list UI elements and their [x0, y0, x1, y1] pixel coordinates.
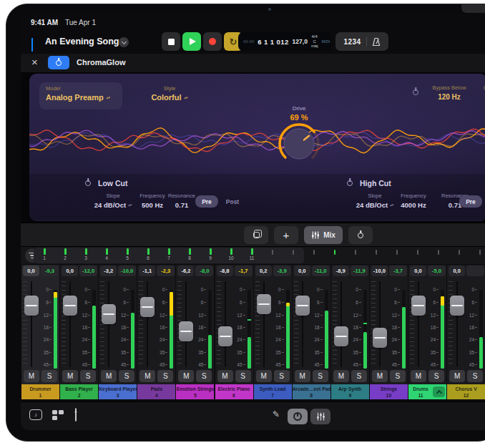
- volume-value[interactable]: 0,2: [255, 266, 272, 276]
- low-cut-power-icon[interactable]: [85, 180, 91, 186]
- mute-button[interactable]: M: [139, 370, 155, 382]
- track-name-tile[interactable]: Keyboard Player3: [99, 384, 137, 399]
- volume-value[interactable]: -1,1: [139, 266, 155, 276]
- solo-button[interactable]: S: [428, 370, 444, 382]
- edit-button[interactable]: ✎: [273, 409, 280, 419]
- track-name-tile[interactable]: Drums11: [408, 384, 446, 399]
- record-button[interactable]: [203, 32, 222, 51]
- track-name-tile[interactable]: Arp Synth9: [331, 384, 369, 399]
- track-name-tile[interactable]: Chorus V12: [447, 384, 485, 399]
- mute-button[interactable]: M: [24, 370, 39, 382]
- back-button[interactable]: [31, 38, 39, 45]
- fader-handle[interactable]: [411, 296, 426, 316]
- mute-button[interactable]: M: [101, 370, 117, 382]
- high-cut-pre-button[interactable]: Pre: [459, 195, 482, 208]
- mute-button[interactable]: M: [372, 370, 388, 382]
- solo-button[interactable]: S: [119, 370, 134, 382]
- high-cut-frequency[interactable]: Frequency 4000 Hz: [392, 193, 435, 209]
- volume-value[interactable]: -10,0: [371, 266, 388, 276]
- fader-handle[interactable]: [373, 328, 387, 348]
- solo-button[interactable]: S: [467, 370, 483, 382]
- level-control[interactable]: Level 0.0: [470, 84, 485, 101]
- mute-button[interactable]: M: [62, 370, 78, 382]
- volume-value[interactable]: 0,0: [23, 266, 39, 276]
- high-cut-power-icon[interactable]: [347, 180, 353, 186]
- volume-value[interactable]: 0,0: [62, 266, 78, 276]
- add-plugin-button[interactable]: +: [274, 226, 298, 244]
- solo-button[interactable]: S: [157, 370, 173, 382]
- volume-value[interactable]: 0,0: [294, 266, 310, 276]
- bypass-below-control[interactable]: Bypass Below 120 Hz: [424, 84, 474, 101]
- model-select[interactable]: Model Analog Preamp▴▾: [39, 82, 122, 109]
- song-title[interactable]: An Evening Song: [45, 36, 119, 47]
- expand-stack-button[interactable]: [433, 386, 445, 397]
- chromaglow-panel: Model Analog Preamp▴▾ Style Colorful▴▾ B…: [29, 74, 485, 221]
- low-cut-resonance[interactable]: Resonance 0.71: [164, 193, 200, 209]
- plugin-power-button[interactable]: [48, 56, 69, 69]
- lcd-display[interactable]: 00:00 6 1 1 012 127,0 4/4 C maj MIDI: [238, 32, 331, 51]
- track-name-tile[interactable]: Synth Lead7: [254, 384, 292, 399]
- bypass-power-icon[interactable]: [413, 89, 418, 95]
- solo-button[interactable]: S: [41, 370, 57, 382]
- mute-button[interactable]: M: [295, 370, 310, 382]
- track-name-tile[interactable]: Bass Player2: [60, 384, 98, 399]
- fader-handle[interactable]: [24, 296, 39, 316]
- fader-handle[interactable]: [295, 296, 310, 316]
- track-name: Arp Synth: [331, 386, 369, 392]
- metronome-icon[interactable]: [372, 37, 381, 47]
- main-toolbar: An Evening Song ↻ 00:00 6 1 1 012 127,0 …: [21, 29, 485, 54]
- volume-value[interactable]: -3,2: [100, 266, 117, 276]
- track-name-tile[interactable]: Pads4: [137, 384, 175, 399]
- db-scale-label: 0: [471, 287, 474, 292]
- mute-button[interactable]: M: [217, 370, 233, 382]
- solo-button[interactable]: S: [351, 370, 367, 382]
- faders-view-button[interactable]: [310, 409, 330, 424]
- fader-handle[interactable]: [334, 326, 348, 346]
- volume-value[interactable]: 0,0: [410, 266, 426, 276]
- controls-view-button[interactable]: [288, 409, 308, 424]
- track-level-tick: [85, 248, 87, 255]
- volume-value[interactable]: -8,8: [217, 266, 233, 276]
- mute-button[interactable]: M: [449, 370, 465, 382]
- play-button[interactable]: [182, 32, 201, 51]
- track-name-tile[interactable]: Emotion Strings5: [176, 384, 214, 399]
- mix-view-button[interactable]: Mix: [304, 226, 343, 244]
- stop-button[interactable]: [162, 32, 180, 51]
- play-surface-button[interactable]: [75, 409, 77, 422]
- song-menu-button[interactable]: [119, 37, 129, 47]
- fader-handle[interactable]: [63, 296, 77, 316]
- fader-handle[interactable]: [102, 304, 116, 324]
- fader-handle[interactable]: [179, 321, 193, 341]
- track-name-tile[interactable]: Drummer1: [21, 384, 59, 399]
- mute-button[interactable]: M: [256, 370, 272, 382]
- count-in-button[interactable]: 1234: [343, 38, 361, 46]
- drive-knob[interactable]: [276, 121, 322, 167]
- solo-button[interactable]: S: [390, 370, 406, 382]
- mute-button[interactable]: M: [333, 370, 349, 382]
- solo-button[interactable]: S: [196, 370, 212, 382]
- low-cut-post-button[interactable]: Post: [221, 195, 244, 208]
- fader-handle[interactable]: [450, 296, 464, 316]
- mute-button[interactable]: M: [178, 370, 194, 382]
- volume-value[interactable]: 0,0: [449, 266, 465, 276]
- volume-value[interactable]: -8,9: [333, 266, 349, 276]
- low-cut-pre-button[interactable]: Pre: [195, 195, 218, 208]
- track-name-tile[interactable]: Arcade…eet Pad8: [293, 384, 330, 399]
- solo-button[interactable]: S: [80, 370, 96, 382]
- track-name-tile[interactable]: Electric Piano6: [215, 384, 253, 399]
- fader-handle[interactable]: [140, 297, 155, 317]
- style-select[interactable]: Style Colorful▴▾: [137, 82, 202, 109]
- close-plugin-button[interactable]: ×: [31, 56, 38, 69]
- solo-button[interactable]: S: [313, 370, 328, 382]
- mixer-power-button[interactable]: [348, 226, 373, 244]
- meter-fill: [92, 306, 96, 369]
- duplicate-button[interactable]: [244, 226, 268, 244]
- solo-button[interactable]: S: [274, 370, 290, 382]
- mute-button[interactable]: M: [411, 370, 426, 382]
- fader-handle[interactable]: [257, 294, 271, 314]
- track-name-tile[interactable]: Strings10: [370, 384, 408, 399]
- fader-handle[interactable]: [218, 326, 232, 346]
- volume-value[interactable]: -6,2: [177, 266, 194, 276]
- browser-button[interactable]: ♪: [29, 409, 42, 420]
- solo-button[interactable]: S: [235, 370, 251, 382]
